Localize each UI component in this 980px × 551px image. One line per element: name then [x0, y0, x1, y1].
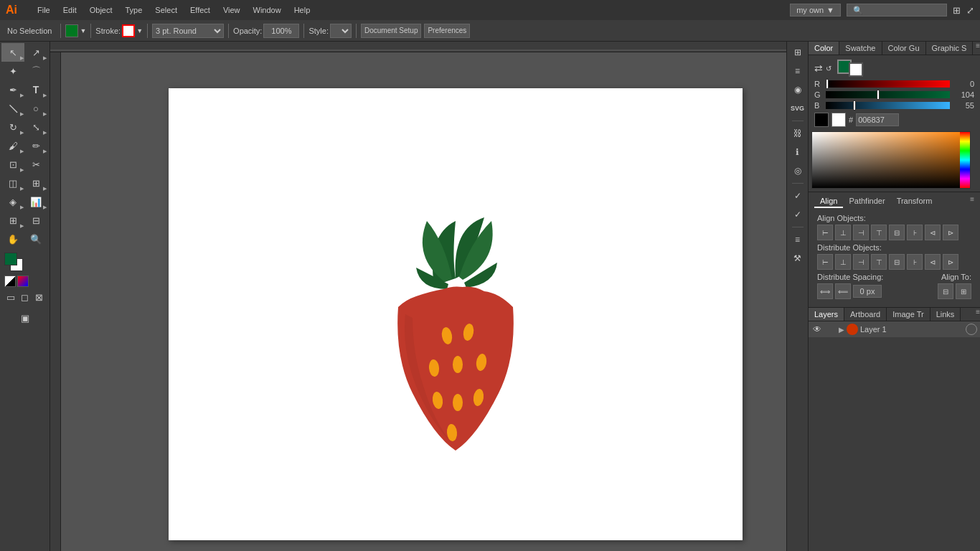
- draw-inside-btn[interactable]: ⊠: [32, 290, 45, 304]
- workspace-button[interactable]: my own ▼: [790, 4, 841, 17]
- arrange-icon[interactable]: ⊞: [953, 5, 961, 16]
- info-btn[interactable]: ℹ: [790, 144, 806, 160]
- chart-tool[interactable]: 📊 ▶: [24, 192, 47, 211]
- b-slider-track[interactable]: [826, 102, 950, 109]
- align-to-extra-btn[interactable]: ⊞: [956, 283, 971, 299]
- layers-toggle-btn[interactable]: ≡: [790, 232, 806, 248]
- pen-tool[interactable]: ✒ ▶: [1, 80, 24, 99]
- zoom-tool[interactable]: 🔍: [24, 230, 47, 248]
- g-slider-track[interactable]: [826, 91, 950, 98]
- ellipse-tool[interactable]: ○ ▶: [24, 99, 47, 118]
- dist-extra1-btn[interactable]: ⊲: [925, 254, 941, 270]
- fill-arrow[interactable]: ▼: [80, 27, 86, 34]
- tab-links[interactable]: Links: [930, 308, 961, 321]
- g-slider-thumb[interactable]: [877, 90, 880, 100]
- dist-left-btn[interactable]: ⊢: [817, 254, 833, 270]
- hue-spectrum[interactable]: [960, 132, 970, 188]
- black-swatch[interactable]: [814, 113, 829, 127]
- direct-selection-tool[interactable]: ↗ ▶: [24, 43, 47, 62]
- appearance-btn[interactable]: ◎: [790, 163, 806, 179]
- color-picker-gradient[interactable]: [811, 131, 971, 189]
- tab-imagetrace[interactable]: Image Tr: [887, 308, 930, 321]
- layer-row[interactable]: 👁 ▶ Layer 1: [809, 321, 980, 337]
- align-center-h-btn[interactable]: ⊥: [835, 225, 851, 240]
- align-extra2-btn[interactable]: ⊳: [943, 225, 958, 240]
- menu-file[interactable]: File: [32, 4, 56, 16]
- align-extra1-btn[interactable]: ⊲: [925, 225, 941, 240]
- menu-type[interactable]: Type: [120, 4, 149, 16]
- lasso-tool[interactable]: ⌒: [24, 62, 47, 80]
- presentation-mode-btn[interactable]: ▣: [14, 309, 37, 327]
- eraser-tool[interactable]: ⊡ ▶: [1, 155, 24, 174]
- expand-icon[interactable]: ⤢: [966, 5, 974, 16]
- menu-window[interactable]: Window: [248, 4, 287, 16]
- white-swatch[interactable]: [831, 113, 846, 127]
- fill-color-box[interactable]: [65, 24, 78, 37]
- menu-edit[interactable]: Edit: [57, 4, 83, 16]
- layer-expand-arrow[interactable]: ▶: [839, 326, 844, 334]
- layers-panel-collapse[interactable]: ≡: [976, 308, 980, 321]
- stroke-color-box[interactable]: [122, 24, 135, 37]
- pathfinder-btn[interactable]: ◉: [790, 82, 806, 98]
- none-swatch[interactable]: [4, 276, 16, 287]
- align-left-btn[interactable]: ⊢: [817, 225, 833, 240]
- link-btn[interactable]: ⛓: [790, 126, 806, 141]
- fill-swatch[interactable]: [4, 253, 17, 265]
- b-slider-thumb[interactable]: [853, 100, 856, 110]
- layer-lock-icon[interactable]: [825, 324, 837, 335]
- draw-behind-btn[interactable]: ◻: [19, 290, 32, 304]
- search-input[interactable]: [847, 4, 947, 17]
- paintbrush-tool[interactable]: 🖌 ▶: [1, 136, 24, 155]
- distribute-spacing-input[interactable]: [853, 285, 882, 298]
- dist-extra2-btn[interactable]: ⊳: [943, 254, 958, 270]
- color-mode-btn[interactable]: [17, 276, 29, 287]
- menu-effect[interactable]: Effect: [184, 4, 216, 16]
- menu-help[interactable]: Help: [288, 4, 316, 16]
- hex-input[interactable]: [856, 113, 899, 126]
- stroke-weight-select[interactable]: 3 pt. Round: [152, 24, 224, 38]
- tab-artboard[interactable]: Artboard: [844, 308, 887, 321]
- dist-h-space-btn[interactable]: ⟺: [817, 283, 833, 299]
- dist-center-v-btn[interactable]: ⊟: [889, 254, 905, 270]
- pencil-tool[interactable]: ✏ ▶: [24, 136, 47, 155]
- swap-colors-icon[interactable]: ⇄: [814, 62, 823, 74]
- svg-panel-btn[interactable]: SVG: [790, 100, 806, 116]
- r-slider-track[interactable]: [826, 80, 950, 88]
- draw-normal-btn[interactable]: ▭: [4, 290, 17, 304]
- tab-color[interactable]: Color: [809, 42, 839, 55]
- opacity-input[interactable]: [263, 24, 299, 38]
- check-btn[interactable]: ✓: [790, 188, 806, 204]
- tab-layers[interactable]: Layers: [809, 308, 844, 321]
- layer-target-indicator[interactable]: [966, 324, 977, 335]
- stroke-color-indicator[interactable]: [849, 62, 863, 77]
- dist-v-space-btn[interactable]: ⟸: [835, 283, 851, 299]
- rotate-tool[interactable]: ↻ ▶: [1, 118, 24, 136]
- check2-btn[interactable]: ✓: [790, 207, 806, 222]
- style-select[interactable]: [330, 24, 352, 38]
- magic-wand-tool[interactable]: ✦: [1, 62, 24, 80]
- menu-select[interactable]: Select: [149, 4, 183, 16]
- r-slider-thumb[interactable]: [826, 79, 829, 89]
- align-center-v-btn[interactable]: ⊟: [889, 225, 905, 240]
- dist-top-btn[interactable]: ⊤: [871, 254, 887, 270]
- transform-panel-btn[interactable]: ⊞: [790, 44, 806, 60]
- selection-tool[interactable]: ↖ ▶: [1, 43, 24, 62]
- tab-pathfinder[interactable]: Pathfinder: [843, 195, 890, 208]
- blend-tool[interactable]: ◈ ▶: [1, 192, 24, 211]
- reflect-tool[interactable]: ⤡ ▶: [24, 118, 47, 136]
- align-to-select-btn[interactable]: ⊟: [938, 283, 953, 299]
- line-tool[interactable]: | ▶: [1, 99, 24, 118]
- preferences-button[interactable]: Preferences: [424, 24, 470, 38]
- tab-align[interactable]: Align: [814, 195, 843, 208]
- layer-visibility-toggle[interactable]: 👁: [811, 324, 823, 335]
- document-setup-button[interactable]: Document Setup: [361, 24, 422, 38]
- fill-stroke-control[interactable]: [4, 253, 27, 273]
- tab-swatches[interactable]: Swatche: [839, 42, 882, 55]
- canvas-container[interactable]: [61, 52, 786, 551]
- tools-toggle-btn[interactable]: ⚒: [790, 250, 806, 266]
- type-tool[interactable]: T ▶: [24, 80, 47, 99]
- dist-bottom-btn[interactable]: ⊦: [907, 254, 923, 270]
- align-panel-btn[interactable]: ≡: [790, 63, 806, 79]
- align-bottom-btn[interactable]: ⊦: [907, 225, 923, 240]
- mesh-tool[interactable]: ⊞ ▶: [24, 174, 47, 192]
